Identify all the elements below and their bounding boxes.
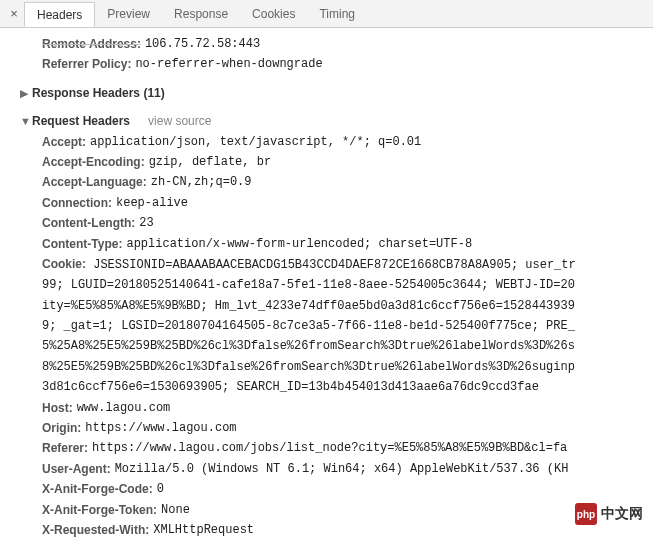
chevron-down-icon: ▼ — [20, 112, 32, 131]
header-x-requested-with: X-Requested-With: XMLHttpRequest — [20, 520, 645, 540]
header-cookie: Cookie: JSESSIONID=ABAAABAACEBACDG15B43C… — [20, 254, 645, 398]
cookie-value: JSESSIONID=ABAAABAACEBACDG15B43CCD4DAEF8… — [42, 258, 576, 394]
referrer-policy-value: no-referrer-when-downgrade — [135, 54, 322, 74]
accept-label: Accept: — [42, 132, 86, 152]
request-headers-section[interactable]: ▼ Request Headers view source — [20, 111, 645, 131]
header-origin: Origin: https://www.lagou.com — [20, 418, 645, 438]
header-x-anit-forge-token: X-Anit-Forge-Token: None — [20, 500, 645, 520]
tab-response[interactable]: Response — [162, 2, 240, 25]
referrer-policy-label: Referrer Policy: — [42, 54, 131, 74]
cookie-label: Cookie: — [42, 257, 86, 271]
general-remote-address: Remote Address: 106.75.72.58:443 — [20, 34, 645, 54]
x-requested-with-label: X-Requested-With: — [42, 520, 149, 540]
header-accept-language: Accept-Language: zh-CN,zh;q=0.9 — [20, 172, 645, 192]
content-length-label: Content-Length: — [42, 213, 135, 233]
header-referer: Referer: https://www.lagou.com/jobs/list… — [20, 438, 645, 458]
remote-address-label: Remote Address: — [42, 34, 141, 54]
content-type-label: Content-Type: — [42, 234, 122, 254]
x-anit-forge-code-label: X-Anit-Forge-Code: — [42, 479, 153, 499]
tab-preview[interactable]: Preview — [95, 2, 162, 25]
tab-cookies[interactable]: Cookies — [240, 2, 307, 25]
remote-address-value: 106.75.72.58:443 — [145, 34, 260, 54]
php-logo-icon: php — [575, 503, 597, 525]
x-anit-forge-token-value: None — [161, 500, 190, 520]
tab-headers[interactable]: Headers — [24, 2, 95, 27]
response-headers-title: Response Headers (11) — [32, 83, 165, 103]
tab-timing[interactable]: Timing — [307, 2, 367, 25]
connection-value: keep-alive — [116, 193, 188, 213]
x-anit-forge-token-label: X-Anit-Forge-Token: — [42, 500, 157, 520]
connection-label: Connection: — [42, 193, 112, 213]
accept-encoding-value: gzip, deflate, br — [149, 152, 271, 172]
content-type-value: application/x-www-form-urlencoded; chars… — [126, 234, 472, 254]
header-user-agent: User-Agent: Mozilla/5.0 (Windows NT 6.1;… — [20, 459, 645, 479]
header-content-length: Content-Length: 23 — [20, 213, 645, 233]
user-agent-label: User-Agent: — [42, 459, 111, 479]
view-source-link[interactable]: view source — [148, 111, 211, 131]
header-accept-encoding: Accept-Encoding: gzip, deflate, br — [20, 152, 645, 172]
close-icon[interactable]: × — [4, 6, 24, 21]
header-connection: Connection: keep-alive — [20, 193, 645, 213]
accept-value: application/json, text/javascript, */*; … — [90, 132, 421, 152]
origin-value: https://www.lagou.com — [85, 418, 236, 438]
origin-label: Origin: — [42, 418, 81, 438]
host-label: Host: — [42, 398, 73, 418]
referer-label: Referer: — [42, 438, 88, 458]
headers-panel: Remote Address: 106.75.72.58:443 Referre… — [0, 28, 653, 543]
referer-value: https://www.lagou.com/jobs/list_node?cit… — [92, 438, 567, 458]
accept-language-value: zh-CN,zh;q=0.9 — [151, 172, 252, 192]
x-requested-with-value: XMLHttpRequest — [153, 520, 254, 540]
response-headers-section[interactable]: ▶ Response Headers (11) — [20, 83, 645, 103]
host-value: www.lagou.com — [77, 398, 171, 418]
header-x-anit-forge-code: X-Anit-Forge-Code: 0 — [20, 479, 645, 499]
accept-language-label: Accept-Language: — [42, 172, 147, 192]
devtools-tabs: × Headers Preview Response Cookies Timin… — [0, 0, 653, 28]
x-anit-forge-code-value: 0 — [157, 479, 164, 499]
accept-encoding-label: Accept-Encoding: — [42, 152, 145, 172]
header-host: Host: www.lagou.com — [20, 398, 645, 418]
header-accept: Accept: application/json, text/javascrip… — [20, 132, 645, 152]
chevron-right-icon: ▶ — [20, 84, 32, 103]
user-agent-value: Mozilla/5.0 (Windows NT 6.1; Win64; x64)… — [115, 459, 569, 479]
watermark-text: 中文网 — [601, 505, 643, 523]
content-length-value: 23 — [139, 213, 153, 233]
request-headers-title: Request Headers — [32, 111, 130, 131]
watermark: php 中文网 — [575, 503, 643, 525]
header-content-type: Content-Type: application/x-www-form-url… — [20, 234, 645, 254]
general-referrer-policy: Referrer Policy: no-referrer-when-downgr… — [20, 54, 645, 74]
